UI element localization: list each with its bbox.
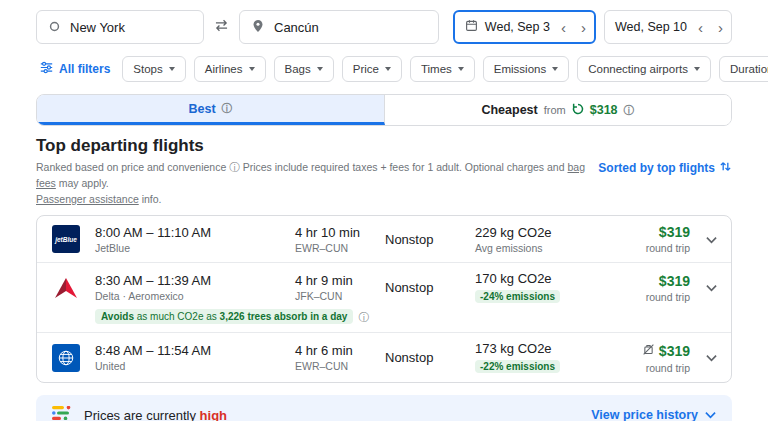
chip-label: Connecting airports — [588, 63, 688, 75]
tab-cheapest[interactable]: Cheapest from $318 ⓘ — [385, 95, 732, 125]
filters-row: All filters Stops Airlines Bags Price Ti… — [0, 44, 768, 82]
flight-row-jetblue[interactable]: jetBlue 8:00 AM – 11:10 AM JetBlue 4 hr … — [37, 216, 731, 263]
view-price-history-label: View price history — [591, 408, 698, 421]
return-next-day-button[interactable]: › — [714, 20, 727, 35]
flight-price-note: round trip — [642, 362, 690, 374]
expand-flight-button[interactable] — [706, 232, 717, 247]
info-icon[interactable]: ⓘ — [624, 105, 635, 116]
chevron-down-icon — [458, 67, 464, 71]
chip-label: Emissions — [494, 63, 546, 75]
co2-savings-note: Avoids as much CO2e as 3,226 trees absor… — [95, 309, 717, 324]
view-price-history-button[interactable]: View price history — [591, 408, 716, 421]
chip-label: Price — [353, 63, 379, 75]
origin-input[interactable]: New York — [36, 10, 204, 44]
info-icon[interactable]: ⓘ — [358, 312, 369, 323]
delta-logo — [51, 273, 81, 303]
chevron-down-icon — [169, 67, 175, 71]
assist-suffix-text: info. — [142, 193, 162, 205]
filter-chip-times[interactable]: Times — [410, 56, 475, 82]
tab-cheapest-from: from — [544, 104, 566, 116]
info-icon[interactable]: ⓘ — [229, 161, 240, 173]
flight-price: $319 — [659, 343, 690, 359]
united-logo — [51, 343, 81, 373]
depart-next-day-button[interactable]: › — [577, 20, 590, 35]
refresh-spinner-icon — [572, 103, 584, 118]
flight-times: 8:00 AM – 11:10 AM — [95, 225, 295, 240]
tab-bar: Best ⓘ Cheapest from $318 ⓘ — [36, 94, 732, 126]
calendar-icon — [465, 19, 478, 35]
destination-input[interactable]: Cancún — [239, 10, 439, 44]
co2-savings-badge: Avoids as much CO2e as 3,226 trees absor… — [95, 309, 353, 324]
return-prev-day-button[interactable]: ‹ — [694, 20, 707, 35]
chevron-down-icon — [694, 67, 700, 71]
flight-duration: 4 hr 6 min — [295, 343, 385, 358]
flights-results-page: New York Cancún Wed, Sep 3 ‹ › Wed, — [0, 0, 768, 421]
filter-chip-emissions[interactable]: Emissions — [483, 56, 569, 82]
emissions-badge: -22% emissions — [475, 360, 560, 373]
flight-times: 8:48 AM – 11:54 AM — [95, 343, 295, 358]
search-bar: New York Cancún Wed, Sep 3 ‹ › Wed, — [0, 0, 768, 44]
chip-label: Airlines — [205, 63, 243, 75]
jetblue-logo: jetBlue — [51, 224, 81, 254]
price-insights-icon — [52, 406, 72, 421]
flight-route: EWR–CUN — [295, 242, 385, 254]
flight-co2: 173 kg CO2e — [475, 341, 615, 356]
flight-price: $319 — [659, 273, 690, 289]
chevron-down-icon — [249, 67, 255, 71]
filter-chip-airlines[interactable]: Airlines — [194, 56, 266, 82]
flight-row-delta[interactable]: 8:30 AM – 11:39 AM Delta · Aeromexico 4 … — [37, 263, 731, 333]
swap-icon — [214, 19, 229, 35]
origin-circle-icon — [49, 20, 60, 35]
swap-button[interactable] — [210, 17, 233, 37]
sorted-by-label: Sorted by top flights — [598, 161, 715, 175]
flight-carrier: Delta · Aeromexico — [95, 290, 295, 302]
all-filters-button[interactable]: All filters — [36, 61, 114, 77]
tab-cheapest-label: Cheapest — [481, 103, 537, 117]
chip-label: Bags — [285, 63, 311, 75]
prices-note-text: Prices include required taxes + fees for… — [243, 161, 565, 173]
filter-chip-connecting-airports[interactable]: Connecting airports — [577, 56, 711, 82]
destination-value: Cancún — [274, 20, 319, 35]
price-level-value: high — [200, 408, 227, 421]
flight-stops: Nonstop — [385, 280, 475, 295]
flight-duration: 4 hr 9 min — [295, 273, 385, 288]
location-pin-icon — [252, 19, 264, 36]
flight-co2: 229 kg CO2e — [475, 225, 615, 240]
filter-chip-price[interactable]: Price — [342, 56, 402, 82]
depart-date-field[interactable]: Wed, Sep 3 ‹ › — [453, 10, 596, 44]
chip-label: Duration — [730, 63, 768, 75]
chevron-down-icon — [317, 67, 323, 71]
flight-co2: 170 kg CO2e — [475, 271, 615, 286]
results-disclaimer: Ranked based on price and convenience ⓘ … — [36, 160, 596, 207]
tab-best-label: Best — [188, 102, 215, 116]
return-date-value: Wed, Sep 10 — [615, 20, 687, 34]
sorted-by-button[interactable]: Sorted by top flights — [598, 160, 732, 176]
price-insights-banner: Prices are currently high View price his… — [36, 395, 732, 421]
may-apply-text: may apply. — [59, 177, 109, 189]
passenger-assistance-link[interactable]: Passenger assistance — [36, 193, 139, 205]
expand-flight-button[interactable] — [706, 280, 717, 295]
flight-list: jetBlue 8:00 AM – 11:10 AM JetBlue 4 hr … — [36, 215, 732, 383]
chevron-down-icon — [706, 232, 717, 247]
filter-chip-stops[interactable]: Stops — [122, 56, 185, 82]
flight-times: 8:30 AM – 11:39 AM — [95, 273, 295, 288]
chevron-down-icon — [705, 408, 716, 421]
tab-best[interactable]: Best ⓘ — [37, 95, 385, 125]
filter-chip-bags[interactable]: Bags — [274, 56, 334, 82]
chevron-down-icon — [706, 350, 717, 365]
flight-price-note: round trip — [646, 291, 690, 303]
flight-price-note: round trip — [646, 242, 690, 254]
price-level-text: Prices are currently high — [84, 408, 227, 421]
flight-price: $319 — [659, 224, 690, 240]
expand-flight-button[interactable] — [706, 350, 717, 365]
flight-row-united[interactable]: 8:48 AM – 11:54 AM United 4 hr 6 min EWR… — [37, 333, 731, 382]
flight-carrier: JetBlue — [95, 242, 295, 254]
info-icon[interactable]: ⓘ — [222, 103, 233, 114]
filter-chip-duration[interactable]: Duration — [719, 56, 768, 82]
bag-fee-icon — [642, 342, 655, 360]
tune-sliders-icon — [40, 61, 53, 77]
flight-stops: Nonstop — [385, 350, 475, 365]
return-date-field[interactable]: Wed, Sep 10 ‹ › — [604, 10, 732, 44]
flight-route: EWR–CUN — [295, 360, 385, 372]
depart-prev-day-button[interactable]: ‹ — [557, 20, 570, 35]
